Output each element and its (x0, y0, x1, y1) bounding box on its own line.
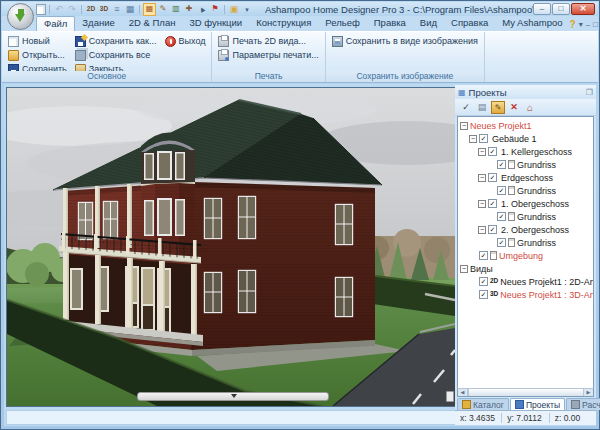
tree-checkbox[interactable]: ✓ (497, 160, 506, 169)
folder-tool-icon[interactable]: ▣ (228, 4, 240, 15)
tree-checkbox[interactable]: ✓ (488, 173, 497, 182)
mdi-restore-button[interactable]: □ (593, 20, 598, 29)
save-as-image-button[interactable]: Сохранить в виде изображения (330, 34, 480, 48)
tab-2D & План[interactable]: 2D & План (122, 16, 183, 31)
tree-checkbox[interactable]: ✓ (497, 212, 506, 221)
maximize-button[interactable]: □ (552, 3, 570, 15)
open-button[interactable]: Открыть... (6, 48, 69, 62)
ribbon-tabs: ФайлЗдание2D & План3D функцииКонструкция… (36, 16, 570, 31)
edit-icon[interactable]: ✎ (491, 101, 505, 114)
application-orb-button[interactable] (7, 3, 34, 30)
close-button[interactable]: ✕ (571, 3, 595, 15)
tree-item-label: Grundriss (517, 238, 556, 248)
tree-item[interactable]: ✓2DNeues Projekt1 : 2D-Ansich (458, 275, 593, 288)
save-all-button[interactable]: Сохранить все (73, 48, 159, 62)
scroll-right-icon[interactable]: ▶ (583, 389, 593, 396)
tree-item[interactable]: −✓Gebäude 1 (458, 132, 593, 145)
dropdown-caret-icon[interactable]: ▾ (241, 4, 253, 15)
tree-item-label: Grundriss (517, 212, 556, 222)
2d-view-icon[interactable]: 2D (85, 4, 97, 15)
panel-tab-calc[interactable]: Расчёты (566, 398, 600, 410)
tab-My Ashampoo[interactable]: My Ashampoo (495, 16, 569, 31)
tree-checkbox[interactable]: ✓ (479, 251, 488, 260)
tree-item[interactable]: ✓Grundriss (458, 236, 593, 249)
tab-Правка[interactable]: Правка (367, 16, 413, 31)
panel-tab-catalog[interactable]: Каталог (457, 398, 509, 410)
help-icon[interactable]: ? (570, 19, 576, 30)
tab-Справка[interactable]: Справка (444, 16, 495, 31)
save-as-button[interactable]: Сохранить как... (73, 34, 159, 48)
print-2d-button[interactable]: Печать 2D вида... (216, 34, 320, 48)
exit-button[interactable]: Выход (163, 34, 208, 48)
confirm-icon[interactable]: ✓ (459, 101, 473, 114)
viewport-3d[interactable] (6, 87, 456, 407)
column-tool-icon[interactable]: ▥ (170, 4, 182, 15)
viewport-grip[interactable] (446, 391, 454, 402)
tree-checkbox[interactable]: ✓ (488, 225, 497, 234)
tab-Вид[interactable]: Вид (413, 16, 444, 31)
panel-pin-icon[interactable]: ❐ (586, 88, 593, 97)
redo-icon[interactable]: ↷ (66, 4, 78, 15)
tree-item[interactable]: ✓Umgebung (458, 249, 593, 262)
tree-item[interactable]: −✓1. Obergeschoss (458, 197, 593, 210)
panel-tab-projects[interactable]: Проекты (510, 398, 565, 410)
image-tool-icon[interactable]: ▦ (143, 3, 156, 16)
tree-item-label: Erdgeschoss (501, 173, 553, 183)
undo-icon[interactable]: ↶ (53, 4, 65, 15)
expander-icon[interactable]: − (478, 200, 486, 208)
tree-checkbox[interactable]: ✓ (497, 238, 506, 247)
expander-icon[interactable]: − (469, 135, 477, 143)
tree-item[interactable]: −Виды (458, 262, 593, 275)
tree-checkbox[interactable]: ✓ (497, 186, 506, 195)
new-button[interactable]: Новый (6, 34, 69, 48)
views-icon[interactable]: ▤ (475, 101, 489, 114)
measure-tool-icon[interactable]: ✚ (183, 4, 195, 15)
tree-item[interactable]: ✓Grundriss (458, 210, 593, 223)
document-icon (508, 212, 515, 221)
tree-item[interactable]: −✓2. Obergeschoss (458, 223, 593, 236)
expander-icon[interactable]: − (478, 226, 486, 234)
tab-Рельеф[interactable]: Рельеф (318, 16, 366, 31)
status-strip (6, 410, 456, 425)
building-icon[interactable]: ⌂ (523, 101, 537, 114)
expander-icon[interactable]: − (460, 122, 468, 130)
flag-tool-icon[interactable]: ⚑ (209, 4, 221, 15)
3d-view-icon[interactable]: 3D (98, 4, 110, 15)
pointer-tool-icon[interactable]: ▲ (194, 1, 210, 16)
expander-icon[interactable]: − (478, 174, 486, 182)
tab-Файл[interactable]: Файл (36, 16, 75, 31)
tree-checkbox[interactable]: ✓ (479, 134, 488, 143)
view-rotation-slider[interactable] (137, 392, 329, 401)
table-tool-icon[interactable]: ▦ (124, 4, 136, 15)
tab-Конструкция[interactable]: Конструкция (249, 16, 318, 31)
tree-item[interactable]: ✓3DNeues Projekt1 : 3D-Ansich (458, 288, 593, 301)
tree-checkbox[interactable]: ✓ (488, 147, 497, 156)
tab-3D функции[interactable]: 3D функции (182, 16, 249, 31)
tree-horizontal-scrollbar[interactable]: ◀ ▶ (457, 388, 594, 397)
qat-caret-icon[interactable]: ▾ (579, 20, 583, 29)
tree-checkbox[interactable]: ✓ (479, 290, 488, 299)
tree-item[interactable]: ✓Grundriss (458, 158, 593, 171)
paint-tool-icon[interactable]: ✎ (157, 4, 169, 15)
scroll-left-icon[interactable]: ◀ (458, 389, 468, 396)
tab-Здание[interactable]: Здание (75, 16, 121, 31)
project-tree: −Neues Projekt1−✓Gebäude 1−✓1. Kellerges… (457, 116, 594, 388)
line-tool-icon[interactable]: ≡ (111, 4, 123, 15)
print-settings-button[interactable]: Параметры печати... (216, 48, 320, 62)
printer-icon (218, 36, 229, 47)
scroll-thumb[interactable] (468, 389, 583, 396)
ribbon: НовыйОткрыть...СохранитьСохранить как...… (2, 31, 598, 83)
tree-item[interactable]: −Neues Projekt1 (458, 119, 593, 132)
app-window: ↶↷2D3D≡▦▦✎▥✚▲⚑▣▾ Ashampoo Home Designer … (0, 0, 600, 430)
expander-icon[interactable]: − (460, 265, 468, 273)
expander-icon[interactable]: − (478, 148, 486, 156)
tree-item[interactable]: −✓Erdgeschoss (458, 171, 593, 184)
tree-item[interactable]: −✓1. Kellergeschoss (458, 145, 593, 158)
delete-icon[interactable]: ✕ (507, 101, 521, 114)
tree-checkbox[interactable]: ✓ (488, 199, 497, 208)
tree-item[interactable]: ✓Grundriss (458, 184, 593, 197)
new-document-icon[interactable] (36, 4, 46, 15)
tree-checkbox[interactable]: ✓ (479, 277, 488, 286)
minimize-button[interactable]: – (533, 3, 551, 15)
mdi-minimize-button[interactable]: – (586, 20, 590, 29)
